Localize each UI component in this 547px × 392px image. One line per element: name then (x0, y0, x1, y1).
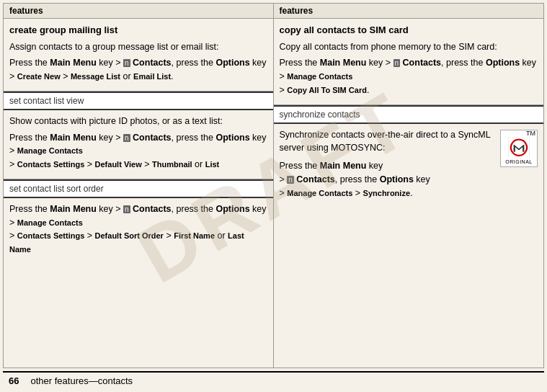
section-set-sort: Press the Main Menu key > n Contacts, pr… (4, 198, 273, 368)
section-create-group: create group mailing list Assign contact… (4, 19, 273, 92)
section-set-view: Show contacts with picture ID photos, or… (4, 110, 273, 179)
section-set-view-header: set contact list view (4, 92, 273, 110)
motorola-logo-box: TM ORIGINAL (500, 130, 538, 167)
section-set-sort-header: set contact list sort order (4, 179, 273, 198)
motorola-tm: TM (526, 130, 535, 137)
create-group-instruction: Press the Main Menu key > n Contacts, pr… (9, 56, 267, 84)
copy-all-sim-label: Copy All To SIM Card (287, 86, 367, 94)
contacts-icon-4: n (393, 59, 401, 67)
default-sort-label: Default Sort Order (95, 231, 164, 240)
options-label-2: Options (215, 133, 249, 143)
options-label-3: Options (215, 204, 249, 214)
options-label-5: Options (380, 174, 414, 184)
left-column: features create group mailing list Assig… (4, 4, 274, 368)
contacts-label-2: Contacts (133, 133, 171, 143)
email-list-label: Email List (133, 72, 171, 81)
section-copy-contacts-body: copy all contacts to SIM card Copy all c… (274, 19, 544, 104)
contacts-settings-label-1: Contacts Settings (17, 160, 85, 169)
sync-intro: Synchronize contacts over-the-air direct… (280, 128, 538, 156)
main-menu-label-3: Main Menu (50, 204, 97, 214)
footer: 66 other features—contacts (3, 371, 544, 389)
default-view-label: Default View (95, 160, 142, 169)
section-sync: TM ORIGINAL Synchronize contacts over-th… (274, 124, 544, 368)
motorola-original-label: ORIGINAL (505, 159, 532, 166)
thumbnail-label: Thumbnail (152, 160, 192, 169)
main-menu-label-4: Main Menu (320, 58, 367, 68)
main-menu-label-5: Main Menu (320, 161, 367, 171)
page-number: 66 (9, 375, 19, 386)
copy-contacts-intro: Copy all contacts from phone memory to t… (280, 40, 538, 54)
manage-contacts-label-4: Manage Contacts (287, 189, 352, 197)
contacts-icon-2: n (123, 134, 130, 142)
section-create-group-body: create group mailing list Assign contact… (4, 19, 273, 91)
list-label: List (205, 160, 220, 169)
sync-instruction: Press the Main Menu key > n Contacts, pr… (280, 159, 538, 200)
contacts-icon-3: n (123, 205, 130, 213)
section-copy-contacts-title: copy all contacts to SIM card (280, 23, 538, 37)
contacts-icon-1: n (123, 59, 130, 67)
set-view-instruction: Press the Main Menu key > n Contacts, pr… (9, 131, 267, 172)
section-set-sort-body: Press the Main Menu key > n Contacts, pr… (4, 198, 273, 264)
options-label-1: Options (215, 58, 249, 68)
first-name-label: First Name (174, 231, 215, 240)
section-copy-contacts: copy all contacts to SIM card Copy all c… (274, 19, 544, 105)
footer-text: other features—contacts (30, 375, 133, 386)
main-menu-label-1: Main Menu (50, 58, 97, 68)
right-column: features copy all contacts to SIM card C… (274, 4, 544, 368)
section-sync-body: TM ORIGINAL Synchronize contacts over-th… (274, 124, 544, 205)
options-label-4: Options (486, 58, 520, 68)
section-create-group-title: create group mailing list (9, 23, 267, 37)
main-menu-label-2: Main Menu (50, 133, 97, 143)
manage-contacts-label-2: Manage Contacts (17, 218, 83, 227)
create-new-label: Create New (17, 72, 61, 81)
left-col-header: features (4, 4, 273, 19)
contacts-label-1: Contacts (133, 58, 171, 68)
section-set-view-body: Show contacts with picture ID photos, or… (4, 110, 273, 179)
manage-contacts-label-1: Manage Contacts (17, 146, 83, 155)
set-sort-instruction: Press the Main Menu key > n Contacts, pr… (9, 202, 267, 257)
contacts-label-5: Contacts (296, 174, 334, 184)
message-list-label: Message List (71, 72, 120, 81)
contacts-icon-5: n (287, 176, 294, 184)
right-col-header: features (274, 4, 544, 19)
page-wrapper: DRAFT features create group mailing list… (0, 0, 547, 392)
contacts-label-3: Contacts (133, 204, 171, 214)
manage-contacts-label-3: Manage Contacts (287, 72, 352, 81)
section-sync-header: synchronize contacts (274, 105, 544, 124)
copy-contacts-instruction: Press the Main Menu key > n Contacts, pr… (280, 56, 538, 97)
contacts-label-4: Contacts (403, 58, 441, 68)
motorola-logo-svg (506, 137, 532, 159)
set-view-intro: Show contacts with picture ID photos, or… (9, 115, 267, 128)
content-area: features create group mailing list Assig… (3, 3, 544, 368)
synchronize-label: Synchronize (363, 189, 410, 197)
create-group-intro: Assign contacts to a group message list … (9, 40, 267, 54)
contacts-settings-label-2: Contacts Settings (17, 231, 85, 240)
